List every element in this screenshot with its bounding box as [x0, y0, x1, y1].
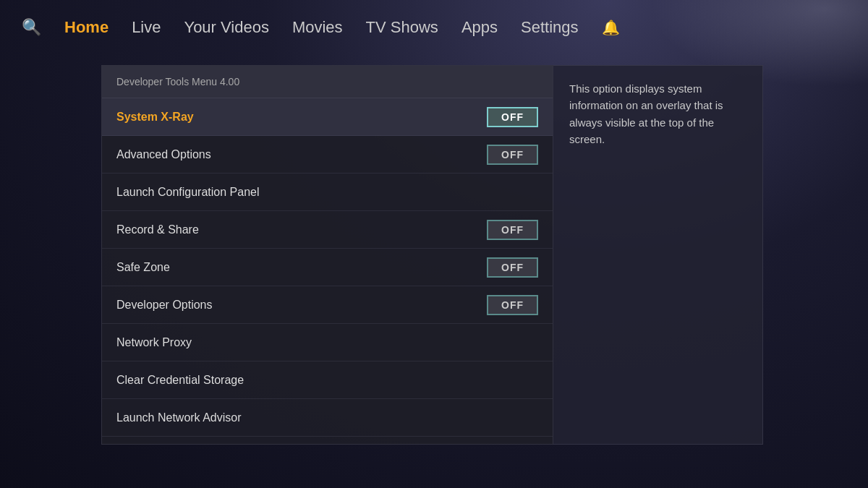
nav-item-apps[interactable]: Apps — [461, 18, 498, 37]
settings-header: Developer Tools Menu 4.00 — [102, 66, 553, 98]
settings-label-clear-credential: Clear Credential Storage — [116, 374, 244, 387]
nav-item-movies[interactable]: Movies — [292, 18, 343, 37]
toggle-advanced-options[interactable]: OFF — [487, 145, 538, 165]
nav-item-tv-shows[interactable]: TV Shows — [366, 18, 438, 37]
settings-label-launch-network-advisor: Launch Network Advisor — [116, 411, 242, 424]
settings-label-developer-options: Developer Options — [116, 299, 213, 312]
search-icon[interactable]: 🔍 — [22, 18, 41, 37]
main-content: Developer Tools Menu 4.00 System X-Ray O… — [101, 65, 868, 445]
settings-row-safe-zone[interactable]: Safe Zone OFF — [102, 249, 553, 286]
settings-row-system-xray[interactable]: System X-Ray OFF — [102, 98, 553, 136]
settings-row-clear-credential[interactable]: Clear Credential Storage — [102, 361, 553, 399]
settings-row-launch-config[interactable]: Launch Configuration Panel — [102, 174, 553, 211]
toggle-record-share[interactable]: OFF — [487, 220, 538, 240]
settings-label-system-xray: System X-Ray — [116, 111, 194, 124]
settings-row-advanced-options[interactable]: Advanced Options OFF — [102, 136, 553, 174]
description-panel: This option displays system information … — [553, 65, 763, 445]
settings-row-developer-options[interactable]: Developer Options OFF — [102, 286, 553, 324]
settings-label-safe-zone: Safe Zone — [116, 261, 170, 274]
settings-row-record-share[interactable]: Record & Share OFF — [102, 211, 553, 249]
toggle-safe-zone[interactable]: OFF — [487, 257, 538, 278]
settings-label-network-proxy: Network Proxy — [116, 336, 192, 349]
settings-label-launch-config: Launch Configuration Panel — [116, 186, 259, 199]
settings-row-launch-network-advisor[interactable]: Launch Network Advisor — [102, 399, 553, 437]
toggle-system-xray[interactable]: OFF — [487, 107, 538, 127]
nav-item-settings[interactable]: Settings — [521, 18, 579, 37]
navbar: 🔍 Home Live Your Videos Movies TV Shows … — [0, 0, 868, 54]
bell-icon: 🔔 — [602, 19, 620, 36]
settings-row-network-proxy[interactable]: Network Proxy — [102, 324, 553, 361]
nav-item-live[interactable]: Live — [132, 18, 161, 37]
settings-label-advanced-options: Advanced Options — [116, 148, 211, 161]
toggle-developer-options[interactable]: OFF — [487, 295, 538, 315]
nav-item-home[interactable]: Home — [64, 18, 109, 37]
settings-label-record-share: Record & Share — [116, 223, 199, 236]
description-text: This option displays system information … — [569, 80, 746, 147]
nav-item-your-videos[interactable]: Your Videos — [184, 18, 268, 37]
settings-panel: Developer Tools Menu 4.00 System X-Ray O… — [101, 65, 553, 445]
